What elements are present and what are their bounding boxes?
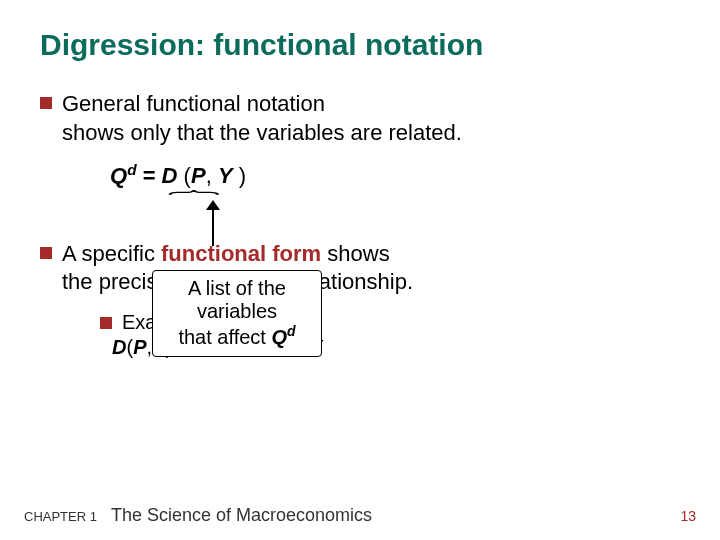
equation-1: Qd = D (P, Y ) xyxy=(110,161,680,189)
bullet-2-bold: functional form xyxy=(161,241,321,266)
bullet-1: General functional notation shows only t… xyxy=(40,90,680,147)
eq1-Q: Q xyxy=(110,164,127,189)
eq2-D: D xyxy=(112,336,126,358)
eq1-P: P xyxy=(191,164,206,189)
brace-annotation: ⏟ xyxy=(165,196,680,214)
bullet-1-lead: General functional notation xyxy=(62,91,325,116)
page-number: 13 xyxy=(680,508,696,524)
eq1-comma: , xyxy=(206,164,218,189)
bullet-square-icon xyxy=(40,247,52,259)
callout-l1: A list of the xyxy=(161,277,313,300)
eq1-open: ( xyxy=(178,164,191,189)
bullet-2-l2a: the xyxy=(62,269,99,294)
bullet-2-post: shows xyxy=(321,241,389,266)
chapter-label: CHAPTER 1 xyxy=(24,509,97,524)
eq1-Y: Y xyxy=(218,164,233,189)
bullet-1-text: General functional notation shows only t… xyxy=(62,90,462,147)
bullet-2-pre: A specific xyxy=(62,241,161,266)
bullet-2: A specific functional form shows the pre… xyxy=(40,240,680,297)
slide-footer: CHAPTER 1 The Science of Macroeconomics … xyxy=(24,505,696,526)
bullet-square-icon xyxy=(100,317,112,329)
eq1-D: D xyxy=(162,164,178,189)
callout-l2: variables xyxy=(161,300,313,323)
eq1-sup: d xyxy=(127,161,136,178)
eq2-P: P xyxy=(133,336,146,358)
sub-E: E xyxy=(122,311,135,333)
callout-l3: that affect Qd xyxy=(161,323,313,349)
chapter-title: The Science of Macroeconomics xyxy=(111,505,372,526)
bullet-1-rest: shows only that the variables are relate… xyxy=(62,120,462,145)
bullet-square-icon xyxy=(40,97,52,109)
eq1-equals: = xyxy=(137,164,162,189)
eq1-close: ) xyxy=(233,164,246,189)
callout-l3-pre: that affect xyxy=(178,325,271,347)
slide-title: Digression: functional notation xyxy=(40,28,680,62)
callout-Q: Q xyxy=(271,325,287,347)
callout-Q-sup: d xyxy=(287,323,296,339)
callout-box: A list of the variables that affect Qd xyxy=(152,270,322,358)
